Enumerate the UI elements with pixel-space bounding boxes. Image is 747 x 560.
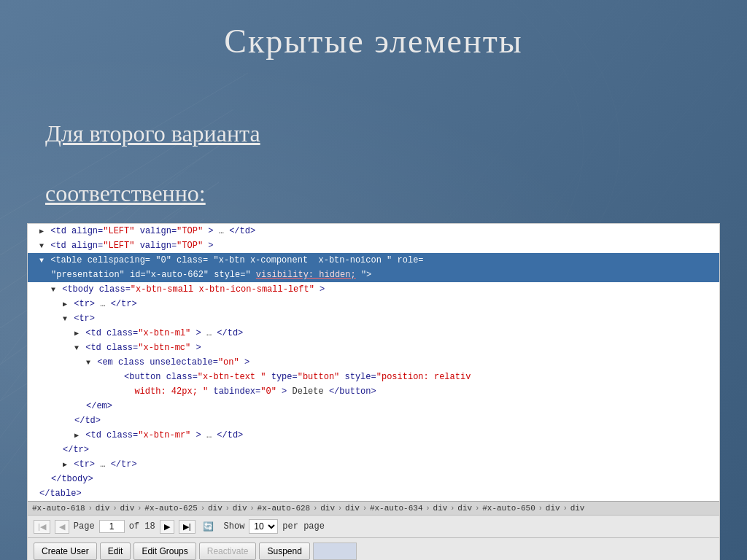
triangle-icon: ▶: [39, 228, 44, 236]
breadcrumb-label: div: [208, 504, 222, 513]
show-label: Show: [224, 521, 245, 532]
first-page-button[interactable]: |◀: [34, 520, 50, 534]
triangle-icon: ▶: [74, 330, 79, 338]
breadcrumb-label: #x-auto-634: [370, 504, 423, 513]
breadcrumb-label: #x-auto-618: [32, 504, 85, 513]
code-line[interactable]: ▶ <td class="x-btn-mr" > … </td>: [28, 428, 719, 443]
of-label: of 18: [129, 521, 155, 532]
subtitle-line1: Для второго варианта: [45, 119, 702, 149]
next-page-button[interactable]: ▶: [160, 520, 174, 534]
page-title: Скрытые элементы: [224, 22, 522, 61]
breadcrumb-label: div: [570, 504, 585, 513]
code-line[interactable]: ▶ <td align="LEFT" valign="TOP" > … </td…: [28, 224, 719, 238]
code-line[interactable]: ▶ <tr> … </tr>: [28, 297, 719, 311]
code-line[interactable]: <button class="x-btn-text " type="button…: [28, 370, 719, 384]
suspend-button[interactable]: Suspend: [259, 542, 309, 560]
code-line[interactable]: ▼ <td align="LEFT" valign="TOP" >: [28, 238, 719, 253]
triangle-icon: ▼: [51, 286, 55, 294]
code-line[interactable]: </td>: [28, 413, 719, 428]
breadcrumb-label: #x-auto-650: [482, 504, 535, 513]
refresh-button[interactable]: 🔄: [203, 521, 214, 532]
per-page-select[interactable]: 10 25 50: [249, 519, 278, 534]
per-page-label: per page: [282, 521, 325, 532]
reactivate-button[interactable]: Reactivate: [199, 542, 257, 560]
triangle-icon: ▶: [74, 432, 79, 440]
code-line[interactable]: </tr>: [28, 443, 719, 457]
breadcrumb-item[interactable]: #x-auto-650: [482, 504, 535, 513]
triangle-icon: ▼: [39, 257, 44, 265]
hidden-style: visibility: hidden;: [256, 270, 356, 280]
subtitle-line2: соответственно:: [45, 179, 702, 209]
code-line[interactable]: </table>: [28, 486, 719, 501]
breadcrumb-item[interactable]: div: [546, 504, 560, 513]
last-page-button[interactable]: ▶|: [179, 520, 196, 534]
breadcrumb-item[interactable]: div: [208, 504, 222, 513]
triangle-icon: ▶: [63, 300, 67, 308]
code-line[interactable]: ▶ <td class="x-btn-ml" > … </td>: [28, 326, 719, 341]
breadcrumb-item[interactable]: div: [96, 504, 110, 513]
breadcrumb-label: div: [433, 504, 448, 513]
code-content[interactable]: ▶ <td align="LEFT" valign="TOP" > … </td…: [28, 224, 719, 501]
breadcrumb-label: div: [546, 504, 560, 513]
triangle-icon: ▼: [63, 315, 67, 323]
breadcrumb-label: div: [345, 504, 360, 513]
page-label: Page: [74, 521, 95, 532]
search-action-input[interactable]: [313, 542, 357, 560]
code-line[interactable]: width: 42px; " tabindex="0" > Delete </b…: [28, 384, 719, 399]
triangle-icon: ▼: [86, 359, 90, 367]
page-number-input[interactable]: [99, 520, 125, 533]
pagination-bar: |◀ ◀ Page of 18 ▶ ▶| 🔄 Show 10 25 50 per…: [28, 515, 719, 537]
breadcrumb-item[interactable]: div: [457, 504, 472, 513]
triangle-icon: ▼: [74, 344, 79, 352]
breadcrumb-label: #x-auto-628: [258, 504, 311, 513]
code-line[interactable]: ▼ <tbody class="x-btn-small x-btn-icon-s…: [28, 282, 719, 297]
breadcrumb-label: div: [457, 504, 472, 513]
breadcrumb-item[interactable]: #x-auto-618: [32, 504, 85, 513]
breadcrumb-label: div: [96, 504, 110, 513]
code-line[interactable]: ▼ <tr>: [28, 311, 719, 326]
triangle-icon: ▶: [63, 461, 67, 469]
action-bar: Create User Edit Edit Groups Reactivate …: [28, 537, 719, 560]
edit-button[interactable]: Edit: [100, 542, 131, 560]
code-panel: ▶ <td align="LEFT" valign="TOP" > … </td…: [27, 223, 720, 560]
breadcrumb-item[interactable]: div: [345, 504, 360, 513]
breadcrumb-label: div: [233, 504, 247, 513]
breadcrumb-bar: #x-auto-618 › div › div › #x-auto-625 › …: [28, 501, 719, 515]
subtitle-block: Для второго варианта соответственно:: [45, 90, 702, 209]
breadcrumb-item[interactable]: div: [570, 504, 585, 513]
breadcrumb-item[interactable]: div: [120, 504, 134, 513]
breadcrumb-item[interactable]: #x-auto-634: [370, 504, 423, 513]
triangle-icon: ▼: [39, 242, 44, 250]
breadcrumb-item[interactable]: #x-auto-628: [258, 504, 311, 513]
code-line[interactable]: ▼ <em class unselectable="on" >: [28, 355, 719, 370]
breadcrumb-label: #x-auto-625: [144, 504, 198, 513]
main-content: Скрытые элементы Для второго варианта со…: [0, 0, 747, 560]
create-user-button[interactable]: Create User: [34, 542, 97, 560]
breadcrumb-item[interactable]: div: [320, 504, 335, 513]
code-line[interactable]: ▶ <tr> … </tr>: [28, 457, 719, 472]
code-line[interactable]: </em>: [28, 399, 719, 413]
breadcrumb-item[interactable]: #x-auto-625: [144, 504, 198, 513]
code-line[interactable]: ▼ <td class="x-btn-mc" >: [28, 341, 719, 355]
code-line-selected-cont[interactable]: "presentation" id="x-auto-662" style=" v…: [28, 268, 719, 282]
breadcrumb-label: div: [120, 504, 134, 513]
code-line[interactable]: </tbody>: [28, 472, 719, 486]
code-line-selected[interactable]: ▼ <table cellspacing= "0" class= "x-btn …: [28, 253, 719, 268]
breadcrumb-label: div: [320, 504, 335, 513]
prev-page-button[interactable]: ◀: [55, 520, 69, 534]
breadcrumb-item[interactable]: div: [233, 504, 247, 513]
breadcrumb-item[interactable]: div: [433, 504, 448, 513]
edit-groups-button[interactable]: Edit Groups: [133, 542, 196, 560]
